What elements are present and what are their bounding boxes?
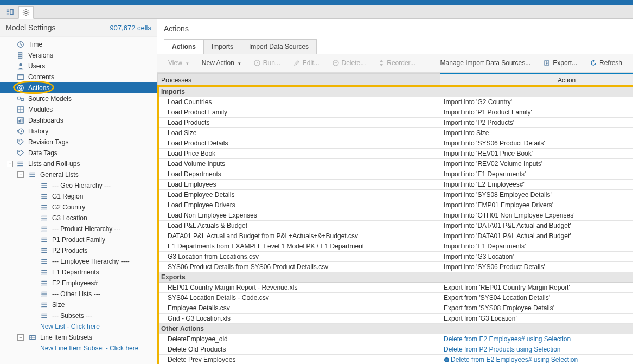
subtab-import-data-sources[interactable]: Import Data Sources (241, 39, 317, 54)
process-name-cell[interactable]: REP01 Country Margin Report - Revenue.xl… (158, 283, 440, 293)
sidebar-item-dashboards[interactable]: Dashboards (0, 115, 157, 126)
process-name-cell[interactable]: Load Non Employee Expenses (158, 210, 440, 221)
action-cell[interactable]: Delete from E2 Employees# using Selectio… (440, 334, 633, 344)
list-item[interactable]: --- Subsets --- (0, 310, 157, 321)
list-item[interactable]: --- Other Lists --- (0, 289, 157, 299)
action-cell[interactable]: Import into 'P2 Products' (440, 118, 633, 128)
process-name-cell[interactable]: SYS04 Location Details - Code.csv (158, 293, 440, 303)
table-row[interactable]: Load Product Family Import into 'P1 Prod… (158, 107, 634, 118)
list-item[interactable]: --- Product Hierarchy --- (0, 223, 157, 234)
subtab-imports[interactable]: Imports (203, 39, 241, 54)
expander-icon[interactable]: − (7, 161, 13, 167)
process-name-cell[interactable]: Load Products (158, 118, 440, 128)
action-cell[interactable]: Import into 'DATA01 P&L Actual and Budge… (440, 221, 633, 231)
table-row[interactable]: DeleteEmployee_old Delete from E2 Employ… (158, 334, 634, 344)
list-item[interactable]: Size (0, 299, 157, 310)
process-name-cell[interactable]: DATA01 P&L Actual and Budget from P&L+Ac… (158, 231, 440, 241)
action-cell[interactable]: Import into 'EMP01 Employee Drivers' (440, 200, 633, 210)
action-cell[interactable]: Delete from P2 Products using Selection (440, 344, 633, 355)
table-row[interactable]: Load Products Import into 'P2 Products' (158, 118, 634, 128)
column-processes[interactable]: Processes (158, 74, 440, 87)
list-item[interactable]: E1 Departments (0, 267, 157, 278)
table-row[interactable]: DATA01 P&L Actual and Budget from P&L+Ac… (158, 231, 634, 241)
process-name-cell[interactable]: E1 Departments from EXAMPLE Level 1 Mode… (158, 241, 440, 252)
sidebar-item-actions[interactable]: Actions (0, 82, 157, 93)
process-name-cell[interactable]: G3 Location from Locations.csv (158, 252, 440, 262)
list-item[interactable]: --- Employee Hierarchy ---- (0, 256, 157, 267)
action-cell[interactable]: Import into 'E1 Departments' (440, 169, 633, 180)
action-cell[interactable]: Import into 'SYS08 Employee Details' (440, 190, 633, 200)
action-cell[interactable]: Import into 'REV01 Price Book' (440, 149, 633, 159)
process-name-cell[interactable]: Load Product Family (158, 107, 440, 118)
process-name-cell[interactable]: Load Employees (158, 180, 440, 190)
table-row[interactable]: Load Employee Drivers Import into 'EMP01… (158, 200, 634, 210)
action-cell[interactable]: Import into 'G3 Location' (440, 252, 633, 262)
table-row[interactable]: REP01 Country Margin Report - Revenue.xl… (158, 283, 634, 293)
table-row[interactable]: Load Volume Inputs Import into 'REV02 Vo… (158, 159, 634, 169)
toolbar-reorder-button[interactable]: Reorder... (373, 58, 421, 68)
list-item[interactable]: G3 Location (0, 213, 157, 223)
action-cell[interactable]: Import into 'SYS06 Product Details' (440, 138, 633, 149)
table-row[interactable]: Load Employees Import into 'E2 Employees… (158, 180, 634, 190)
process-name-cell[interactable]: Delete Old Products (158, 344, 440, 355)
table-row[interactable]: Delete Old Products Delete from P2 Produ… (158, 344, 634, 355)
action-cell[interactable]: Export from 'G3 Location' (440, 314, 633, 324)
table-row[interactable]: Delete Prev Employees Delete from E2 Emp… (158, 355, 634, 365)
expander-icon[interactable]: − (17, 334, 24, 341)
list-item[interactable]: G2 Country (0, 202, 157, 213)
action-cell[interactable]: Export from 'SYS04 Location Details' (440, 293, 633, 303)
process-name-cell[interactable]: Delete Prev Employees (158, 355, 440, 365)
process-name-cell[interactable]: Load Size (158, 128, 440, 138)
subtab-actions[interactable]: Actions (164, 39, 204, 54)
table-row[interactable]: E1 Departments from EXAMPLE Level 1 Mode… (158, 241, 634, 252)
toolbar-edit-button[interactable]: Edit... (288, 58, 325, 68)
tab-model-settings[interactable] (18, 6, 34, 19)
list-item[interactable]: --- Geo Hierarchy --- (0, 180, 157, 191)
action-cell[interactable]: Import into 'G2 Country' (440, 97, 633, 107)
actions-table-wrapper[interactable]: Processes Action Sta Imports Load Countr… (157, 72, 633, 364)
toolbar-export-button[interactable]: Export... (538, 58, 583, 68)
sidebar-item-source models[interactable]: Source Models (0, 93, 157, 104)
process-name-cell[interactable]: Load Volume Inputs (158, 159, 440, 169)
process-name-cell[interactable]: Load Price Book (158, 149, 440, 159)
table-row[interactable]: Load P&L Actuals & Budget Import into 'D… (158, 221, 634, 231)
process-name-cell[interactable]: Load Countries (158, 97, 440, 107)
sidebar-item-modules[interactable]: Modules (0, 104, 157, 115)
column-action[interactable]: Action (440, 74, 633, 87)
action-cell[interactable]: Import into 'E2 Employees#' (440, 180, 633, 190)
process-name-cell[interactable]: Load Employee Details (158, 190, 440, 200)
list-item[interactable]: P2 Products (0, 245, 157, 256)
action-cell[interactable]: Delete from E2 Employees# using Selectio… (440, 355, 633, 365)
sidebar-item-versions[interactable]: Versions (0, 50, 157, 61)
sidebar-item-history[interactable]: History (0, 126, 157, 137)
table-row[interactable]: Load Employee Details Import into 'SYS08… (158, 190, 634, 200)
toolbar-refresh-button[interactable]: Refresh (585, 58, 628, 68)
process-name-cell[interactable]: Grid - G3 Location.xls (158, 314, 440, 324)
table-row[interactable]: G3 Location from Locations.csv Import in… (158, 252, 634, 262)
action-cell[interactable]: Import into 'OTH01 Non Employee Expenses… (440, 210, 633, 221)
table-row[interactable]: Load Departments Import into 'E1 Departm… (158, 169, 634, 180)
list-item[interactable]: P1 Product Family (0, 234, 157, 245)
toolbar-new-action-button[interactable]: New Action (196, 58, 246, 68)
table-row[interactable]: Load Countries Import into 'G2 Country' (158, 97, 634, 107)
action-cell[interactable]: Import into Size (440, 128, 633, 138)
table-row[interactable]: SYS04 Location Details - Code.csv Export… (158, 293, 634, 303)
table-row[interactable]: Load Price Book Import into 'REV01 Price… (158, 149, 634, 159)
sidebar-item-revision tags[interactable]: Revision Tags (0, 137, 157, 148)
action-cell[interactable]: Import into 'E1 Departments' (440, 241, 633, 252)
action-cell[interactable]: Import into 'DATA01 P&L Actual and Budge… (440, 231, 633, 241)
table-row[interactable]: Grid - G3 Location.xls Export from 'G3 L… (158, 314, 634, 324)
toolbar-manage-import-sources-button[interactable]: Manage Import Data Sources... (435, 58, 536, 68)
new-list-link[interactable]: New List - Click here (0, 321, 157, 332)
list-item[interactable]: E2 Employees# (0, 278, 157, 289)
sidebar-item-contents[interactable]: Contents (0, 72, 157, 82)
process-name-cell[interactable]: DeleteEmployee_old (158, 334, 440, 344)
sidebar-item-lists-and-rollups[interactable]: Lists and Roll-ups (0, 158, 157, 169)
action-cell[interactable]: Import into 'P1 Product Family' (440, 107, 633, 118)
action-cell[interactable]: Import into 'SYS06 Product Details' (440, 262, 633, 272)
toolbar-run-button[interactable]: Run... (248, 58, 286, 68)
sidebar-item-time[interactable]: Time (0, 39, 157, 50)
action-cell[interactable]: Export from 'REP01 Country Margin Report… (440, 283, 633, 293)
process-name-cell[interactable]: Load Departments (158, 169, 440, 180)
process-name-cell[interactable]: SYS06 Product Details from SYS06 Product… (158, 262, 440, 272)
